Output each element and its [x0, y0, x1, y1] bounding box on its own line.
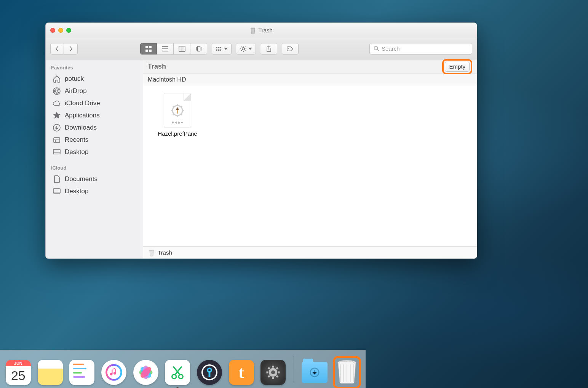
sidebar-item-label: AirDrop	[65, 87, 87, 95]
desktop-icon	[53, 148, 61, 156]
action-menu-button[interactable]	[236, 43, 256, 55]
sidebar-item-icloud-drive[interactable]: iCloud Drive	[46, 97, 143, 109]
dock-app-screenshot[interactable]	[165, 359, 190, 386]
sidebar-item-desktop[interactable]: Desktop	[46, 146, 143, 158]
downloads-icon	[53, 123, 61, 132]
airdrop-icon	[53, 87, 61, 95]
sidebar-item-label: Desktop	[65, 188, 88, 195]
chevron-right-icon	[68, 46, 74, 51]
svg-rect-10	[216, 49, 217, 50]
group-icon	[216, 45, 222, 52]
svg-rect-12	[219, 49, 220, 50]
view-gallery-button[interactable]	[190, 43, 207, 55]
documents-icon	[53, 175, 61, 183]
svg-rect-0	[251, 28, 255, 29]
downloads-folder-icon	[302, 362, 328, 383]
path-segment: Trash	[158, 249, 172, 256]
file-grid[interactable]: PREF Hazel.prefPane	[143, 85, 477, 246]
svg-point-39	[271, 370, 275, 374]
photos-icon	[133, 360, 158, 385]
sidebar-item-home[interactable]: potuck	[46, 73, 143, 85]
sidebar-item-desktop-icloud[interactable]: Desktop	[46, 185, 143, 197]
sidebar-section-favorites: Favorites	[46, 63, 143, 73]
minimize-window-button[interactable]	[58, 28, 63, 33]
grid-icon	[145, 45, 152, 52]
dock-area: JUN 25	[0, 346, 588, 388]
applications-icon	[53, 111, 61, 120]
empty-button-highlight: Empty	[442, 59, 472, 74]
tags-button[interactable]	[282, 43, 299, 55]
columns-icon	[179, 45, 185, 52]
trash-icon	[149, 249, 155, 257]
gallery-icon	[195, 45, 202, 52]
file-item[interactable]: PREF Hazel.prefPane	[151, 93, 204, 137]
svg-point-16	[56, 90, 58, 92]
reminders-icon	[69, 360, 94, 385]
svg-rect-20	[54, 138, 60, 143]
svg-rect-21	[53, 149, 60, 154]
sidebar-section-icloud: iCloud	[46, 164, 143, 173]
view-columns-button[interactable]	[174, 43, 190, 55]
sidebar-item-label: Recents	[65, 136, 88, 144]
view-icons-button[interactable]	[140, 43, 157, 55]
main-content: Trash Empty Macintosh HD PREF	[143, 59, 477, 258]
dock-app-notes[interactable]	[37, 359, 63, 386]
dock-trash[interactable]	[334, 359, 360, 386]
dock-app-music[interactable]	[101, 359, 127, 386]
chevron-down-icon	[224, 46, 228, 51]
trash-full-icon	[336, 359, 358, 384]
chevron-left-icon	[54, 46, 60, 51]
path-bar[interactable]: Trash	[143, 246, 477, 258]
svg-rect-3	[145, 50, 148, 52]
trash-highlight	[333, 356, 361, 388]
dock-downloads-stack[interactable]	[302, 359, 328, 386]
toolbar: Search	[46, 38, 477, 59]
sidebar-item-label: potuck	[65, 75, 84, 83]
dock-app-tapatalk[interactable]: t	[228, 359, 254, 386]
dock: JUN 25	[0, 350, 366, 388]
window-title: Trash	[258, 27, 273, 34]
share-button[interactable]	[260, 43, 277, 55]
view-list-button[interactable]	[157, 43, 174, 55]
svg-rect-2	[149, 46, 152, 48]
file-badge: PREF	[172, 120, 184, 125]
file-name: Hazel.prefPane	[151, 130, 204, 137]
dock-app-reminders[interactable]	[69, 359, 95, 386]
sidebar-item-label: Documents	[65, 175, 97, 183]
chevron-down-icon	[248, 46, 252, 51]
group-by-button[interactable]	[212, 43, 232, 55]
dock-app-1password[interactable]	[197, 359, 222, 386]
sidebar-item-recents[interactable]: Recents	[46, 134, 143, 146]
close-window-button[interactable]	[50, 28, 55, 33]
calendar-month: JUN	[6, 360, 31, 366]
notes-icon	[38, 360, 63, 385]
search-placeholder: Search	[382, 45, 400, 52]
titlebar[interactable]: Trash	[46, 23, 477, 38]
share-icon	[265, 45, 272, 52]
zoom-window-button[interactable]	[66, 28, 71, 33]
sidebar-item-airdrop[interactable]: AirDrop	[46, 85, 143, 97]
svg-rect-7	[216, 47, 217, 48]
svg-rect-4	[149, 50, 152, 52]
list-icon	[162, 45, 169, 52]
search-field[interactable]: Search	[369, 43, 472, 55]
svg-rect-25	[149, 250, 154, 251]
svg-rect-37	[208, 372, 210, 377]
back-button[interactable]	[50, 43, 64, 55]
svg-rect-6	[197, 46, 200, 51]
svg-rect-11	[217, 49, 219, 50]
location-title: Trash	[148, 63, 166, 71]
empty-trash-button[interactable]: Empty	[445, 62, 470, 72]
system-preferences-icon	[260, 360, 286, 385]
home-icon	[53, 75, 61, 83]
sidebar-item-documents[interactable]: Documents	[46, 173, 143, 185]
cloud-icon	[53, 99, 61, 107]
sidebar-item-applications[interactable]: Applications	[46, 109, 143, 122]
svg-point-13	[242, 47, 244, 50]
dock-app-system-preferences[interactable]	[260, 359, 286, 386]
dock-app-calendar[interactable]: JUN 25	[5, 359, 31, 386]
sidebar-item-downloads[interactable]: Downloads	[46, 122, 143, 134]
forward-button[interactable]	[64, 43, 78, 55]
group-header: Macintosh HD	[143, 74, 477, 85]
dock-app-photos[interactable]	[133, 359, 159, 386]
